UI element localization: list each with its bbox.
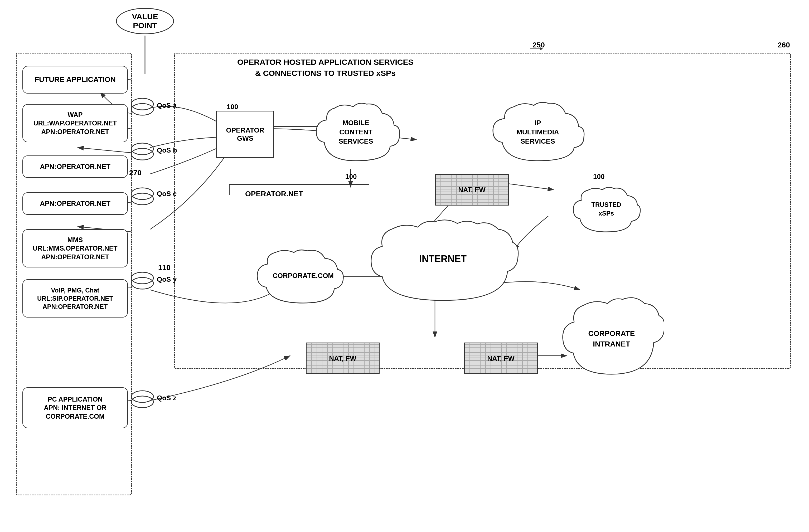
corporate-intranet-cloud: CORPORATE INTRANET (559, 290, 664, 383)
svg-point-19 (131, 104, 153, 115)
svg-point-20 (131, 143, 153, 155)
apn2-box: APN:OPERATOR.NET (22, 192, 128, 215)
ip-multimedia-cloud: IP MULTIMEDIA SERVICES (488, 100, 588, 170)
mms-label: MMS URL:MMS.OPERATOR.NET APN:OPERATOR.NE… (33, 235, 117, 261)
apn2-label: APN:OPERATOR.NET (40, 199, 110, 208)
svg-marker-29 (540, 48, 543, 50)
voip-box: VoIP, PMG, Chat URL:SIP.OPERATOR.NET APN… (22, 279, 128, 318)
ref-110: 110 (158, 264, 171, 272)
wap-label: WAP URL:WAP.OPERATOR.NET APN:OPERATOR.NE… (33, 110, 117, 136)
future-app-label: FUTURE APPLICATION (35, 75, 116, 84)
qos-c-ring (129, 184, 156, 208)
svg-point-27 (131, 396, 153, 408)
outer-panel-250 (174, 53, 791, 369)
svg-point-25 (131, 278, 153, 289)
svg-point-18 (131, 98, 153, 110)
value-point-label: VALUE POINT (132, 12, 158, 30)
ref-100c: 100 (593, 173, 604, 181)
corporate-com-cloud: CORPORATE.COM (253, 248, 353, 312)
qos-z-ring (129, 387, 156, 411)
qos-a-label: QoS a (157, 102, 177, 110)
svg-text:xSPs: xSPs (599, 210, 614, 217)
ref-250-arrow (527, 45, 543, 53)
operator-gws-box: OPERATOR GWS (216, 111, 274, 158)
nat-fw-bottom-right-label: NAT, FW (487, 354, 515, 362)
qos-y-ring (129, 269, 156, 292)
svg-point-22 (131, 188, 153, 199)
svg-text:MOBILE: MOBILE (342, 119, 369, 127)
qos-b-ring (129, 140, 156, 163)
operator-hosted-title: OPERATOR HOSTED APPLICATION SERVICES & C… (237, 57, 413, 79)
nat-fw-top: NAT, FW (435, 174, 509, 206)
nat-fw-bottom-right: NAT, FW (464, 342, 538, 374)
ref-100a: 100 (227, 103, 238, 111)
voip-label: VoIP, PMG, Chat URL:SIP.OPERATOR.NET APN… (37, 286, 113, 311)
svg-text:IP: IP (535, 119, 541, 127)
operator-gws-label: OPERATOR GWS (226, 126, 264, 143)
svg-text:SERVICES: SERVICES (339, 137, 373, 145)
svg-text:CORPORATE: CORPORATE (588, 330, 635, 338)
svg-point-26 (131, 391, 153, 402)
svg-point-24 (131, 272, 153, 284)
nat-fw-bottom-left: NAT, FW (306, 342, 380, 374)
qos-y-label: QoS y (157, 276, 177, 284)
qos-a-ring (129, 95, 156, 119)
value-point: VALUE POINT (116, 8, 174, 34)
nat-fw-top-label: NAT, FW (458, 186, 485, 194)
ref-260: 260 (778, 41, 790, 49)
qos-c-label: QoS c (157, 190, 177, 198)
mobile-content-cloud: MOBILE CONTENT SERVICES (311, 100, 401, 170)
svg-text:CORPORATE.COM: CORPORATE.COM (273, 272, 334, 280)
mms-box: MMS URL:MMS.OPERATOR.NET APN:OPERATOR.NE… (22, 229, 128, 267)
svg-text:MULTIMEDIA: MULTIMEDIA (516, 128, 559, 136)
apn1-box: APN:OPERATOR.NET (22, 156, 128, 178)
svg-text:INTERNET: INTERNET (419, 253, 467, 264)
wap-box: WAP URL:WAP.OPERATOR.NET APN:OPERATOR.NE… (22, 104, 128, 142)
svg-text:SERVICES: SERVICES (520, 137, 555, 145)
ref-270: 270 (129, 169, 141, 177)
svg-point-23 (131, 193, 153, 205)
operator-net-label: OPERATOR.NET (245, 190, 303, 198)
pc-app-label: PC APPLICATION APN: INTERNET OR CORPORAT… (44, 395, 106, 421)
ref-100b: 100 (345, 173, 357, 181)
svg-text:TRUSTED: TRUSTED (591, 201, 621, 208)
pc-app-box: PC APPLICATION APN: INTERNET OR CORPORAT… (22, 387, 128, 428)
internet-cloud: INTERNET (366, 216, 519, 309)
svg-text:CONTENT: CONTENT (339, 128, 373, 136)
svg-text:INTRANET: INTRANET (593, 340, 630, 348)
apn1-label: APN:OPERATOR.NET (40, 162, 110, 171)
qos-z-label: QoS z (157, 394, 176, 402)
diagram: VALUE POINT FUTURE APPLICATION WAP URL:W… (0, 0, 809, 532)
trusted-xsps-cloud: TRUSTED xSPs (569, 184, 643, 238)
svg-point-21 (131, 148, 153, 160)
future-application-box: FUTURE APPLICATION (22, 66, 128, 93)
nat-fw-bottom-left-label: NAT, FW (329, 354, 356, 362)
